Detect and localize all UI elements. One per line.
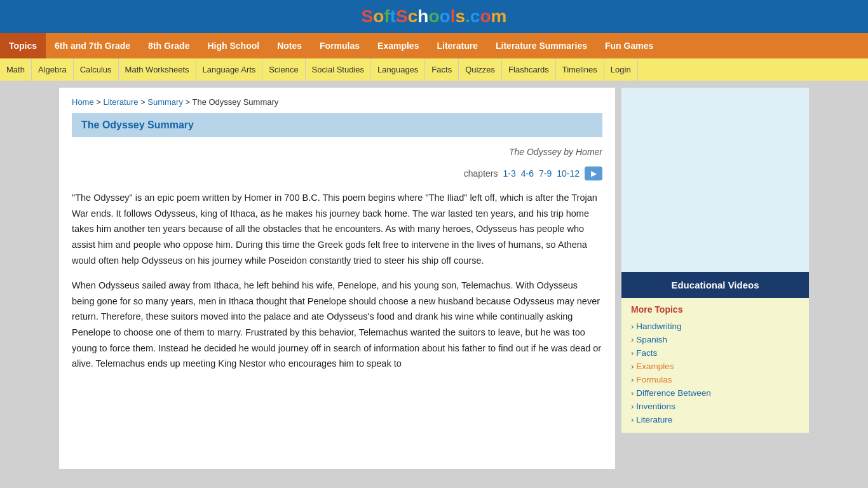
page-title-box: The Odyssey Summary: [72, 113, 602, 137]
topic-difference-between[interactable]: Difference Between: [636, 388, 711, 398]
article-text: "The Odyssey" is an epic poem written by…: [72, 190, 602, 372]
nav2-flashcards[interactable]: Flashcards: [502, 58, 556, 81]
chapter-7-9[interactable]: 7-9: [539, 168, 552, 179]
top-header: SoftSchools.com: [0, 0, 868, 33]
list-item: Examples: [631, 360, 799, 373]
nav1-literature-summaries[interactable]: Literature Summaries: [487, 33, 596, 58]
list-item: Spanish: [631, 333, 799, 346]
nav2-social-studies[interactable]: Social Studies: [306, 58, 371, 81]
nav1-examples[interactable]: Examples: [369, 33, 428, 58]
chapter-4-6[interactable]: 4-6: [521, 168, 534, 179]
topic-inventions[interactable]: Inventions: [636, 402, 675, 411]
play-button[interactable]: ▶: [585, 166, 602, 180]
breadcrumb: Home > Literature > Summary > The Odysse…: [72, 97, 602, 107]
nav2-timelines[interactable]: Timelines: [556, 58, 604, 81]
list-item: Formulas: [631, 373, 799, 386]
nav2-languages[interactable]: Languages: [371, 58, 425, 81]
nav1-highschool[interactable]: High School: [198, 33, 268, 58]
article-paragraph-2: When Odysseus sailed away from Ithaca, h…: [72, 278, 602, 372]
nav2-facts[interactable]: Facts: [425, 58, 459, 81]
topic-literature[interactable]: Literature: [636, 415, 672, 424]
nav1-literature[interactable]: Literature: [428, 33, 487, 58]
book-title: The Odyssey by Homer: [72, 147, 602, 157]
chapter-1-3[interactable]: 1-3: [503, 168, 515, 179]
nav1-formulas[interactable]: Formulas: [311, 33, 369, 58]
nav2-math[interactable]: Math: [0, 58, 32, 81]
chapter-nav: chapters 1-3 4-6 7-9 10-12 ▶: [72, 166, 602, 180]
sidebar-ad: [621, 88, 809, 272]
list-item: Facts: [631, 346, 799, 360]
more-topics: More Topics Handwriting Spanish Facts Ex…: [621, 298, 809, 433]
nav2-science[interactable]: Science: [262, 58, 305, 81]
topic-formulas[interactable]: Formulas: [636, 375, 672, 384]
main-layout: Home > Literature > Summary > The Odysse…: [53, 81, 815, 475]
educational-videos-header: Educational Videos: [621, 272, 809, 298]
topic-facts[interactable]: Facts: [636, 348, 657, 358]
content-area: Home > Literature > Summary > The Odysse…: [59, 88, 615, 469]
breadcrumb-summary[interactable]: Summary: [147, 97, 183, 107]
more-topics-title: More Topics: [631, 304, 799, 315]
topic-examples[interactable]: Examples: [636, 362, 674, 371]
nav2-calculus[interactable]: Calculus: [74, 58, 119, 81]
nav1-8th[interactable]: 8th Grade: [139, 33, 198, 58]
breadcrumb-home[interactable]: Home: [72, 97, 94, 107]
chapters-label: chapters: [464, 168, 498, 179]
primary-nav: Topics 6th and 7th Grade 8th Grade High …: [0, 33, 868, 58]
more-topics-list: Handwriting Spanish Facts Examples Formu…: [631, 320, 799, 426]
article-paragraph-1: "The Odyssey" is an epic poem written by…: [72, 190, 602, 268]
topic-handwriting[interactable]: Handwriting: [636, 322, 681, 331]
chapter-10-12[interactable]: 10-12: [557, 168, 580, 179]
nav2-language-arts[interactable]: Language Arts: [196, 58, 263, 81]
nav2-math-worksheets[interactable]: Math Worksheets: [119, 58, 196, 81]
list-item: Handwriting: [631, 320, 799, 333]
nav1-6th7th[interactable]: 6th and 7th Grade: [46, 33, 139, 58]
page-title: The Odyssey Summary: [81, 119, 194, 130]
nav2-login[interactable]: Login: [604, 58, 638, 81]
sidebar: Educational Videos More Topics Handwriti…: [621, 88, 809, 469]
nav2-quizzes[interactable]: Quizzes: [459, 58, 502, 81]
list-item: Inventions: [631, 400, 799, 413]
list-item: Difference Between: [631, 386, 799, 400]
nav1-fun-games[interactable]: Fun Games: [596, 33, 662, 58]
breadcrumb-current: The Odyssey Summary: [192, 97, 278, 107]
nav1-topics[interactable]: Topics: [0, 33, 46, 58]
nav1-notes[interactable]: Notes: [268, 33, 311, 58]
site-logo[interactable]: SoftSchools.com: [0, 6, 868, 27]
topic-spanish[interactable]: Spanish: [636, 335, 667, 344]
list-item: Literature: [631, 413, 799, 426]
secondary-nav: Math Algebra Calculus Math Worksheets La…: [0, 58, 868, 81]
nav2-algebra[interactable]: Algebra: [32, 58, 74, 81]
breadcrumb-literature[interactable]: Literature: [104, 97, 139, 107]
